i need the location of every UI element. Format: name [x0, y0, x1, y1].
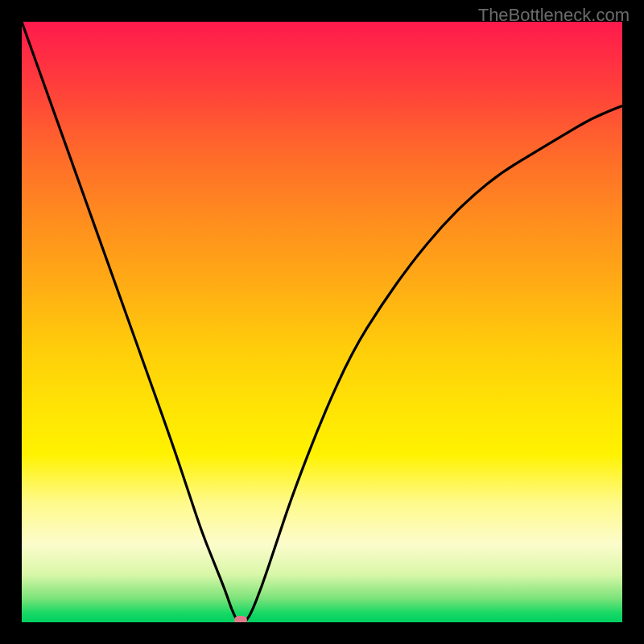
bottleneck-curve — [22, 22, 622, 622]
watermark-text: TheBottleneck.com — [478, 5, 630, 26]
optimal-point-marker — [234, 616, 247, 625]
